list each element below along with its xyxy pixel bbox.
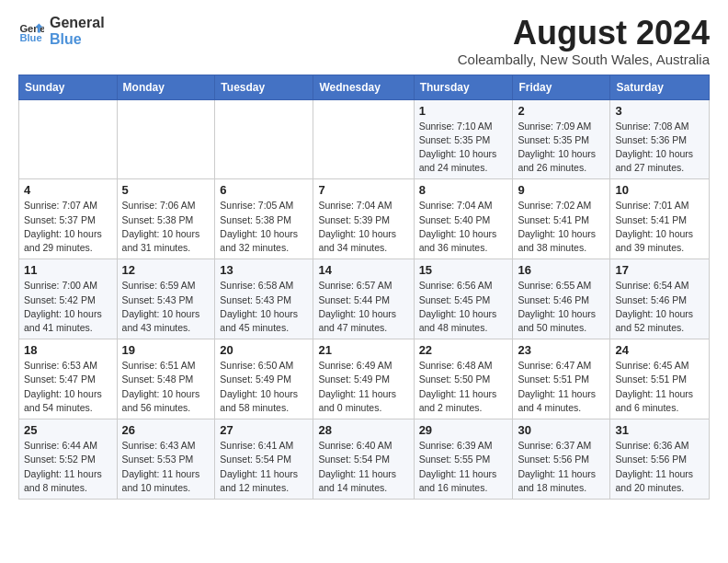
day-info: Sunrise: 6:59 AM Sunset: 5:43 PM Dayligh… bbox=[122, 279, 210, 335]
calendar-cell: 6Sunrise: 7:05 AM Sunset: 5:38 PM Daylig… bbox=[215, 179, 313, 259]
day-number: 16 bbox=[518, 263, 605, 277]
calendar-header: SundayMondayTuesdayWednesdayThursdayFrid… bbox=[19, 75, 710, 99]
calendar-cell bbox=[117, 99, 215, 179]
day-info: Sunrise: 6:37 AM Sunset: 5:56 PM Dayligh… bbox=[518, 439, 605, 495]
day-info: Sunrise: 6:55 AM Sunset: 5:46 PM Dayligh… bbox=[518, 279, 605, 335]
calendar-cell: 21Sunrise: 6:49 AM Sunset: 5:49 PM Dayli… bbox=[313, 339, 414, 419]
day-info: Sunrise: 7:06 AM Sunset: 5:38 PM Dayligh… bbox=[122, 199, 210, 255]
day-info: Sunrise: 7:00 AM Sunset: 5:42 PM Dayligh… bbox=[24, 279, 112, 335]
day-number: 8 bbox=[419, 183, 508, 197]
calendar-cell: 17Sunrise: 6:54 AM Sunset: 5:46 PM Dayli… bbox=[610, 259, 710, 339]
day-info: Sunrise: 7:10 AM Sunset: 5:35 PM Dayligh… bbox=[419, 120, 508, 176]
day-info: Sunrise: 7:08 AM Sunset: 5:36 PM Dayligh… bbox=[615, 120, 704, 176]
day-number: 28 bbox=[318, 423, 408, 437]
day-number: 5 bbox=[122, 183, 210, 197]
weekday-header-saturday: Saturday bbox=[610, 75, 710, 99]
day-number: 4 bbox=[24, 183, 112, 197]
day-info: Sunrise: 7:09 AM Sunset: 5:35 PM Dayligh… bbox=[518, 120, 605, 176]
calendar-cell: 18Sunrise: 6:53 AM Sunset: 5:47 PM Dayli… bbox=[19, 339, 118, 419]
day-number: 23 bbox=[518, 343, 605, 357]
day-number: 22 bbox=[419, 343, 508, 357]
day-info: Sunrise: 6:53 AM Sunset: 5:47 PM Dayligh… bbox=[24, 359, 112, 415]
calendar-week-row: 11Sunrise: 7:00 AM Sunset: 5:42 PM Dayli… bbox=[19, 259, 710, 339]
logo-general: General bbox=[50, 15, 105, 31]
day-number: 10 bbox=[615, 183, 704, 197]
logo-icon: General Blue bbox=[18, 18, 44, 44]
calendar-cell: 14Sunrise: 6:57 AM Sunset: 5:44 PM Dayli… bbox=[313, 259, 414, 339]
calendar-cell: 25Sunrise: 6:44 AM Sunset: 5:52 PM Dayli… bbox=[19, 419, 118, 500]
day-info: Sunrise: 6:45 AM Sunset: 5:51 PM Dayligh… bbox=[615, 359, 704, 415]
day-info: Sunrise: 6:44 AM Sunset: 5:52 PM Dayligh… bbox=[24, 439, 112, 495]
day-info: Sunrise: 6:41 AM Sunset: 5:54 PM Dayligh… bbox=[220, 439, 308, 495]
page-header: General Blue General Blue August 2024 Co… bbox=[18, 15, 710, 67]
calendar-cell: 26Sunrise: 6:43 AM Sunset: 5:53 PM Dayli… bbox=[117, 419, 215, 500]
calendar-week-row: 4Sunrise: 7:07 AM Sunset: 5:37 PM Daylig… bbox=[19, 179, 710, 259]
day-info: Sunrise: 6:48 AM Sunset: 5:50 PM Dayligh… bbox=[419, 359, 508, 415]
calendar-cell: 16Sunrise: 6:55 AM Sunset: 5:46 PM Dayli… bbox=[513, 259, 610, 339]
day-info: Sunrise: 6:51 AM Sunset: 5:48 PM Dayligh… bbox=[122, 359, 210, 415]
day-info: Sunrise: 6:36 AM Sunset: 5:56 PM Dayligh… bbox=[615, 439, 704, 495]
calendar-cell bbox=[313, 99, 414, 179]
day-number: 27 bbox=[220, 423, 308, 437]
calendar-cell: 19Sunrise: 6:51 AM Sunset: 5:48 PM Dayli… bbox=[117, 339, 215, 419]
day-number: 9 bbox=[518, 183, 605, 197]
day-number: 29 bbox=[419, 423, 508, 437]
day-number: 11 bbox=[24, 263, 112, 277]
calendar-cell: 13Sunrise: 6:58 AM Sunset: 5:43 PM Dayli… bbox=[215, 259, 313, 339]
day-number: 13 bbox=[220, 263, 308, 277]
calendar-cell: 20Sunrise: 6:50 AM Sunset: 5:49 PM Dayli… bbox=[215, 339, 313, 419]
day-number: 15 bbox=[419, 263, 508, 277]
calendar-cell: 12Sunrise: 6:59 AM Sunset: 5:43 PM Dayli… bbox=[117, 259, 215, 339]
day-info: Sunrise: 6:57 AM Sunset: 5:44 PM Dayligh… bbox=[318, 279, 408, 335]
day-info: Sunrise: 7:01 AM Sunset: 5:41 PM Dayligh… bbox=[615, 199, 704, 255]
day-number: 1 bbox=[419, 104, 508, 118]
calendar-cell: 24Sunrise: 6:45 AM Sunset: 5:51 PM Dayli… bbox=[610, 339, 710, 419]
calendar-cell: 5Sunrise: 7:06 AM Sunset: 5:38 PM Daylig… bbox=[117, 179, 215, 259]
day-info: Sunrise: 6:47 AM Sunset: 5:51 PM Dayligh… bbox=[518, 359, 605, 415]
day-number: 21 bbox=[318, 343, 408, 357]
day-number: 19 bbox=[122, 343, 210, 357]
day-info: Sunrise: 7:07 AM Sunset: 5:37 PM Dayligh… bbox=[24, 199, 112, 255]
day-info: Sunrise: 7:02 AM Sunset: 5:41 PM Dayligh… bbox=[518, 199, 605, 255]
day-number: 14 bbox=[318, 263, 408, 277]
day-info: Sunrise: 6:49 AM Sunset: 5:49 PM Dayligh… bbox=[318, 359, 408, 415]
calendar-table: SundayMondayTuesdayWednesdayThursdayFrid… bbox=[18, 75, 710, 500]
day-number: 2 bbox=[518, 104, 605, 118]
calendar-cell: 1Sunrise: 7:10 AM Sunset: 5:35 PM Daylig… bbox=[414, 99, 513, 179]
day-info: Sunrise: 7:05 AM Sunset: 5:38 PM Dayligh… bbox=[220, 199, 308, 255]
calendar-cell: 30Sunrise: 6:37 AM Sunset: 5:56 PM Dayli… bbox=[513, 419, 610, 500]
calendar-cell: 2Sunrise: 7:09 AM Sunset: 5:35 PM Daylig… bbox=[513, 99, 610, 179]
day-info: Sunrise: 6:56 AM Sunset: 5:45 PM Dayligh… bbox=[419, 279, 508, 335]
logo-blue: Blue bbox=[50, 31, 105, 48]
calendar-cell: 7Sunrise: 7:04 AM Sunset: 5:39 PM Daylig… bbox=[313, 179, 414, 259]
calendar-cell: 23Sunrise: 6:47 AM Sunset: 5:51 PM Dayli… bbox=[513, 339, 610, 419]
day-number: 17 bbox=[615, 263, 704, 277]
calendar-cell: 3Sunrise: 7:08 AM Sunset: 5:36 PM Daylig… bbox=[610, 99, 710, 179]
calendar-cell: 11Sunrise: 7:00 AM Sunset: 5:42 PM Dayli… bbox=[19, 259, 118, 339]
weekday-header-wednesday: Wednesday bbox=[313, 75, 414, 99]
month-year-title: August 2024 bbox=[458, 15, 710, 52]
calendar-cell bbox=[215, 99, 313, 179]
svg-text:Blue: Blue bbox=[19, 32, 41, 43]
weekday-header-tuesday: Tuesday bbox=[215, 75, 313, 99]
calendar-cell: 29Sunrise: 6:39 AM Sunset: 5:55 PM Dayli… bbox=[414, 419, 513, 500]
day-info: Sunrise: 6:40 AM Sunset: 5:54 PM Dayligh… bbox=[318, 439, 408, 495]
day-number: 7 bbox=[318, 183, 408, 197]
calendar-cell: 9Sunrise: 7:02 AM Sunset: 5:41 PM Daylig… bbox=[513, 179, 610, 259]
day-number: 12 bbox=[122, 263, 210, 277]
day-number: 25 bbox=[24, 423, 112, 437]
calendar-week-row: 18Sunrise: 6:53 AM Sunset: 5:47 PM Dayli… bbox=[19, 339, 710, 419]
calendar-week-row: 1Sunrise: 7:10 AM Sunset: 5:35 PM Daylig… bbox=[19, 99, 710, 179]
day-number: 18 bbox=[24, 343, 112, 357]
calendar-cell: 22Sunrise: 6:48 AM Sunset: 5:50 PM Dayli… bbox=[414, 339, 513, 419]
weekday-header-monday: Monday bbox=[117, 75, 215, 99]
day-number: 31 bbox=[615, 423, 704, 437]
day-info: Sunrise: 6:54 AM Sunset: 5:46 PM Dayligh… bbox=[615, 279, 704, 335]
calendar-cell: 10Sunrise: 7:01 AM Sunset: 5:41 PM Dayli… bbox=[610, 179, 710, 259]
weekday-header-friday: Friday bbox=[513, 75, 610, 99]
calendar-cell bbox=[19, 99, 118, 179]
calendar-cell: 4Sunrise: 7:07 AM Sunset: 5:37 PM Daylig… bbox=[19, 179, 118, 259]
calendar-cell: 8Sunrise: 7:04 AM Sunset: 5:40 PM Daylig… bbox=[414, 179, 513, 259]
calendar-cell: 28Sunrise: 6:40 AM Sunset: 5:54 PM Dayli… bbox=[313, 419, 414, 500]
day-info: Sunrise: 6:50 AM Sunset: 5:49 PM Dayligh… bbox=[220, 359, 308, 415]
